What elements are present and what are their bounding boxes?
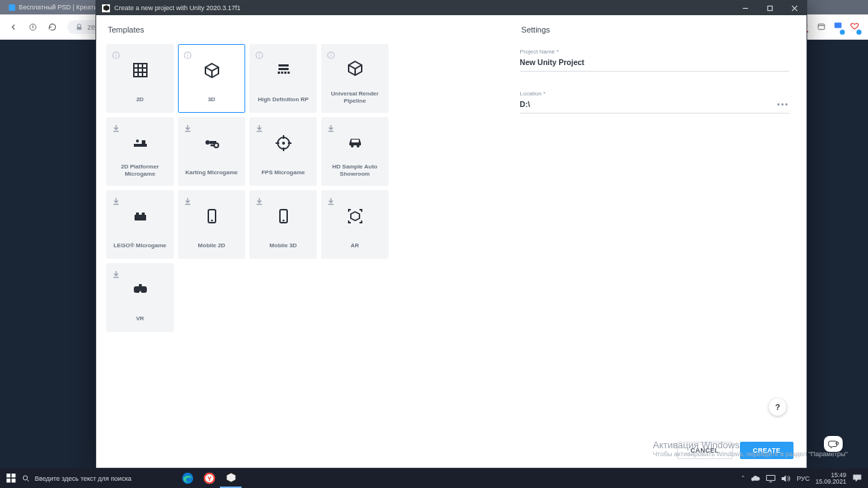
ext-icon-3[interactable] xyxy=(833,20,843,33)
feedback-bubble[interactable] xyxy=(824,436,843,452)
download-icon[interactable] xyxy=(327,124,335,132)
download-icon[interactable] xyxy=(184,124,192,132)
info-icon[interactable]: i xyxy=(112,51,120,59)
download-icon[interactable] xyxy=(184,197,192,205)
template-card-t-hdrp[interactable]: iHigh Definition RP xyxy=(250,44,317,113)
svg-text:Y: Y xyxy=(207,475,212,482)
template-label: Karting Microgame xyxy=(182,168,240,185)
svg-rect-41 xyxy=(7,474,10,477)
svg-rect-42 xyxy=(12,474,15,477)
svg-text:i: i xyxy=(331,53,331,58)
back-icon[interactable] xyxy=(9,22,18,32)
template-label: Mobile 2D xyxy=(195,241,229,258)
svg-text:i: i xyxy=(259,53,260,58)
download-icon[interactable] xyxy=(255,124,263,132)
browser-tab-1[interactable]: Бесплатный PSD | Креати xyxy=(0,0,106,14)
download-icon[interactable] xyxy=(112,197,120,205)
window-minimize[interactable] xyxy=(733,1,757,15)
titlebar-text: Create a new project with Unity 2020.3.1… xyxy=(114,4,241,12)
template-card-t-2d[interactable]: i2D xyxy=(106,44,174,113)
project-name-label: Project Name * xyxy=(520,48,789,55)
tray-volume-icon[interactable] xyxy=(781,474,791,483)
download-icon[interactable] xyxy=(255,197,263,205)
location-browse-button[interactable]: ••• xyxy=(778,100,790,108)
template-card-t-urp[interactable]: iUniversal Render Pipeline xyxy=(321,44,388,113)
tray-language[interactable]: РУС xyxy=(796,475,809,482)
taskbar-app-yandex[interactable]: Y xyxy=(198,468,220,488)
template-card-t-3d[interactable]: i3D xyxy=(178,44,245,113)
template-card-t-fps[interactable]: FPS Microgame xyxy=(250,117,317,186)
template-card-t-mobile3d[interactable]: Mobile 3D xyxy=(250,190,317,259)
grid-icon xyxy=(132,62,148,78)
info-icon[interactable]: i xyxy=(327,51,335,59)
svg-marker-55 xyxy=(782,475,786,481)
template-card-t-ar[interactable]: AR xyxy=(321,190,388,259)
cube-icon xyxy=(204,62,220,78)
cube-icon xyxy=(347,60,363,76)
taskbar-search-placeholder: Введите здесь текст для поиска xyxy=(35,475,132,482)
ext-icon-4[interactable] xyxy=(850,20,859,33)
template-label: 3D xyxy=(205,95,218,112)
info-icon[interactable]: i xyxy=(255,51,263,59)
taskbar-app-edge[interactable] xyxy=(176,468,198,488)
svg-text:i: i xyxy=(116,53,116,58)
downloads-icon[interactable] xyxy=(817,22,826,32)
kart-icon xyxy=(204,135,220,151)
ya-icon[interactable] xyxy=(28,22,38,32)
lego-icon xyxy=(132,208,148,224)
template-label: FPS Microgame xyxy=(258,168,307,185)
template-card-t-vr[interactable]: VR xyxy=(106,263,174,332)
project-name-input[interactable]: New Unity Project xyxy=(520,55,789,72)
phone-icon xyxy=(276,208,292,224)
tray-display-icon[interactable] xyxy=(766,474,775,483)
tray-chevron-icon[interactable]: ˄ xyxy=(741,475,745,482)
help-button[interactable]: ? xyxy=(769,398,786,416)
template-card-t-mobile2d[interactable]: Mobile 2D xyxy=(178,190,245,259)
tray-notifications-icon[interactable] xyxy=(852,474,862,483)
taskbar: Введите здесь текст для поиска Y ˄ РУС 1… xyxy=(0,468,868,488)
windows-activation-watermark: Активация Windows Чтобы активировать Win… xyxy=(653,440,848,458)
titlebar[interactable]: Create a new project with Unity 2020.3.1… xyxy=(96,1,807,15)
settings-heading: Settings xyxy=(522,25,789,34)
start-button[interactable] xyxy=(0,468,22,488)
location-label: Location * xyxy=(520,90,789,97)
tray-onedrive-icon[interactable] xyxy=(751,474,760,482)
unity-new-project-window: Create a new project with Unity 2020.3.1… xyxy=(95,0,807,468)
svg-text:i: i xyxy=(187,53,188,58)
tray-clock[interactable]: 15:49 15.09.2021 xyxy=(815,472,846,485)
template-card-t-karting[interactable]: Karting Microgame xyxy=(178,117,245,186)
crosshair-icon xyxy=(276,135,292,151)
platform-icon xyxy=(132,133,148,149)
svg-rect-43 xyxy=(7,479,10,482)
car-icon xyxy=(347,133,363,149)
taskbar-search[interactable]: Введите здесь текст для поиска xyxy=(22,471,166,486)
window-maximize[interactable] xyxy=(757,1,782,15)
phone-icon xyxy=(204,208,220,224)
svg-rect-10 xyxy=(77,26,82,29)
info-icon[interactable]: i xyxy=(184,51,192,59)
template-label: Universal Render Pipeline xyxy=(322,90,388,112)
template-card-t-2dplat[interactable]: 2D Platformer Microgame xyxy=(106,117,174,186)
svg-rect-53 xyxy=(767,475,775,480)
location-input[interactable]: D:\ ••• xyxy=(520,97,789,114)
taskbar-app-unity[interactable] xyxy=(220,468,242,488)
template-label: High Definition RP xyxy=(255,95,311,112)
template-label: AR xyxy=(348,241,362,258)
download-icon[interactable] xyxy=(327,197,335,205)
unity-logo-icon xyxy=(102,4,110,12)
lock-icon xyxy=(75,22,84,32)
template-label: 2D xyxy=(133,95,146,112)
template-label: Mobile 3D xyxy=(267,241,300,258)
svg-rect-44 xyxy=(12,479,15,482)
template-card-t-hdauto[interactable]: HD Sample Auto Showroom xyxy=(321,117,388,186)
template-card-t-lego[interactable]: LEGO® Microgame xyxy=(106,190,174,259)
templates-heading: Templates xyxy=(108,25,498,34)
svg-line-46 xyxy=(27,479,30,481)
template-label: VR xyxy=(133,314,147,331)
svg-marker-18 xyxy=(103,5,109,11)
window-close[interactable] xyxy=(782,1,807,15)
download-icon[interactable] xyxy=(112,124,120,132)
svg-rect-20 xyxy=(767,6,772,10)
reload-icon[interactable] xyxy=(48,22,57,32)
download-icon[interactable] xyxy=(112,270,120,278)
